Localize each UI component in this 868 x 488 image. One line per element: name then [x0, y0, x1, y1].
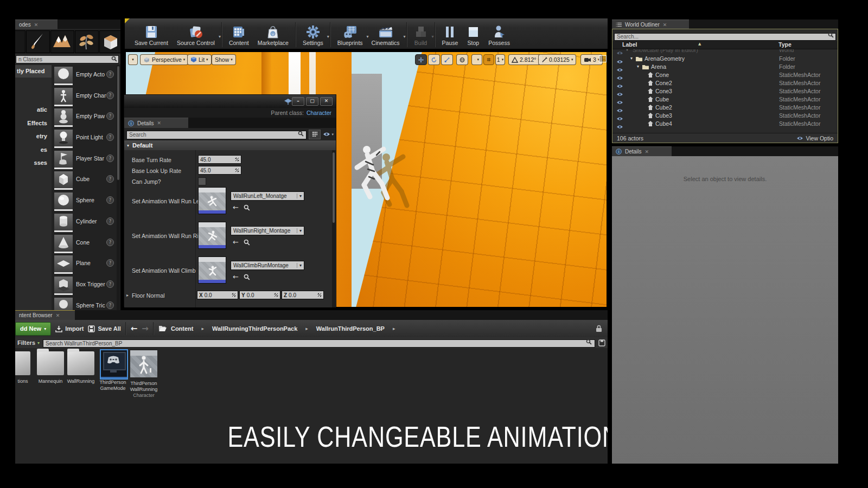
place-item-plane[interactable]: Plane?: [52, 255, 116, 275]
close-icon[interactable]: ✕: [663, 22, 667, 28]
save-current-button[interactable]: Save Current: [130, 23, 173, 48]
outliner-row-cone[interactable]: Cone StaticMeshActor: [613, 71, 837, 79]
marketplace-button[interactable]: U Marketplace: [253, 23, 293, 48]
help-icon[interactable]: ?: [106, 259, 114, 267]
drag-spinner-icon[interactable]: [235, 157, 239, 162]
category-volumes[interactable]: es: [41, 146, 47, 153]
outliner-row-cube3[interactable]: Cube3 StaticMeshActor: [613, 112, 837, 120]
base-turn-rate-field[interactable]: 45.0: [198, 155, 241, 164]
caret-down-icon[interactable]: ▾: [219, 34, 221, 39]
drag-spinner-icon[interactable]: [232, 293, 236, 297]
forward-button[interactable]: →: [142, 324, 149, 333]
help-icon[interactable]: ?: [106, 301, 114, 309]
drag-spinner-icon[interactable]: [317, 293, 322, 297]
help-icon[interactable]: ?: [106, 70, 114, 78]
save-all-button[interactable]: Save All: [88, 325, 120, 332]
use-selected-arrow-icon[interactable]: ←: [233, 238, 239, 246]
immersive-mode-icon[interactable]: [599, 55, 607, 62]
help-icon[interactable]: ?: [106, 175, 114, 183]
grid-snap-value-button[interactable]: 1▾: [495, 54, 505, 65]
category-geometry[interactable]: etry: [36, 133, 47, 139]
wallclimb-anim-thumbnail[interactable]: [198, 256, 226, 284]
browse-to-asset-icon[interactable]: [244, 274, 250, 280]
breadcrumb-pack[interactable]: WallRunningThirdPersonPack: [212, 325, 297, 332]
outliner-row-cube[interactable]: Cube StaticMeshActor: [613, 95, 837, 104]
settings-button[interactable]: Settings ▾: [298, 23, 328, 48]
lock-icon[interactable]: [596, 325, 602, 332]
caret-down-icon[interactable]: ▾: [403, 34, 405, 39]
browse-to-asset-icon[interactable]: [244, 204, 250, 211]
minimize-button[interactable]: –: [292, 97, 304, 106]
folder-asset-wallrunning[interactable]: [67, 351, 94, 375]
close-icon[interactable]: ✕: [34, 22, 39, 28]
place-item-cylinder[interactable]: Cylinder?: [52, 213, 116, 233]
modes-scrollbar[interactable]: [117, 65, 120, 310]
outliner-row-cube4[interactable]: Cube4 StaticMeshActor: [613, 120, 837, 128]
content-search-input[interactable]: [43, 339, 595, 348]
category-cinematic[interactable]: atic: [37, 106, 47, 113]
possess-button[interactable]: Possess: [484, 23, 514, 48]
scale-snap-button[interactable]: 0.03125▾: [538, 54, 576, 65]
browse-to-asset-icon[interactable]: [244, 239, 250, 246]
perspective-button[interactable]: Perspective▾: [140, 54, 188, 65]
details-column-divider[interactable]: [195, 150, 196, 307]
breadcrumb-current[interactable]: WallrunThirdPerson_BP: [316, 325, 385, 332]
outliner-row-cone3[interactable]: Cone3 StaticMeshActor: [613, 87, 837, 95]
place-item-empty-pawn[interactable]: Empty Paw?: [52, 108, 116, 128]
details-tab[interactable]: i Details ✕: [124, 118, 188, 128]
place-item-player-start[interactable]: Player Star?: [52, 150, 116, 170]
show-menu-button[interactable]: Show▾: [212, 54, 236, 65]
wallrunleft-montage-dropdown[interactable]: WallRunLeft_Monatge▾: [231, 191, 304, 201]
outliner-row-clipped[interactable]: ▾ Showcase (Play In Editor) World: [612, 49, 838, 54]
scale-tool-button[interactable]: [441, 54, 453, 65]
surface-snap-button[interactable]: ▾: [471, 54, 482, 65]
help-icon[interactable]: ?: [106, 239, 114, 246]
floor-normal-z-field[interactable]: Z0.0: [282, 291, 324, 299]
label-column-header[interactable]: Label: [622, 41, 637, 48]
content-browser-tab[interactable]: ntent Browser ✕: [15, 310, 75, 320]
category-visual-effects[interactable]: Effects: [27, 120, 47, 126]
world-outliner-tab[interactable]: World Outliner ✕: [612, 20, 689, 29]
folder-asset-mannequin[interactable]: [37, 351, 64, 375]
foliage-mode-button[interactable]: [75, 30, 99, 53]
help-icon[interactable]: ?: [106, 196, 114, 204]
landscape-mode-button[interactable]: [50, 30, 74, 53]
lit-mode-button[interactable]: Lit▾: [187, 54, 212, 65]
outliner-row-arena[interactable]: ▾ Arena Folder: [613, 63, 837, 71]
folder-asset-animations[interactable]: [15, 351, 30, 375]
help-icon[interactable]: ?: [106, 280, 114, 288]
rotate-tool-button[interactable]: [428, 54, 440, 65]
wallrunright-anim-thumbnail[interactable]: [198, 222, 226, 249]
view-filter-button[interactable]: ▾: [323, 132, 334, 137]
save-search-icon[interactable]: [598, 339, 605, 346]
close-icon[interactable]: ✕: [645, 149, 649, 155]
drag-spinner-icon[interactable]: [274, 293, 278, 297]
eye-icon[interactable]: [616, 51, 623, 54]
wallrunright-montage-dropdown[interactable]: WallRunRight_Montage▾: [231, 226, 304, 235]
property-matrix-button[interactable]: [309, 130, 321, 139]
outliner-view-options-button[interactable]: View Optio: [796, 135, 833, 142]
place-item-sphere-trigger[interactable]: Sphere Tric?: [52, 297, 116, 310]
parent-class-link[interactable]: Character: [307, 110, 331, 116]
content-button[interactable]: Content: [225, 23, 253, 48]
place-item-sphere[interactable]: Sphere?: [52, 192, 116, 212]
base-look-up-rate-field[interactable]: 45.0: [198, 166, 241, 175]
import-button[interactable]: Import: [55, 325, 84, 332]
build-button[interactable]: Build ▾: [410, 23, 432, 48]
floor-normal-x-field[interactable]: X0.0: [197, 291, 238, 299]
floor-normal-y-field[interactable]: Y0.0: [239, 291, 280, 299]
drag-spinner-icon[interactable]: [235, 168, 239, 172]
details-search-input[interactable]: [126, 131, 307, 139]
stop-button[interactable]: Stop: [462, 23, 484, 48]
window-titlebar[interactable]: – ▢ ✕: [124, 95, 336, 108]
wallrunleft-anim-thumbnail[interactable]: [198, 187, 226, 214]
maximize-button[interactable]: ▢: [306, 97, 318, 106]
help-icon[interactable]: ?: [106, 155, 114, 162]
outliner-row-cube2[interactable]: Cube2 StaticMeshActor: [613, 104, 837, 112]
grid-snap-button[interactable]: [483, 54, 494, 65]
help-icon[interactable]: ?: [106, 217, 114, 225]
place-item-box-trigger[interactable]: Box Trigger?: [52, 276, 116, 296]
place-item-cube[interactable]: Cube?: [52, 171, 116, 191]
outliner-search-input[interactable]: [614, 33, 836, 41]
can-jump-checkbox[interactable]: [198, 177, 206, 185]
